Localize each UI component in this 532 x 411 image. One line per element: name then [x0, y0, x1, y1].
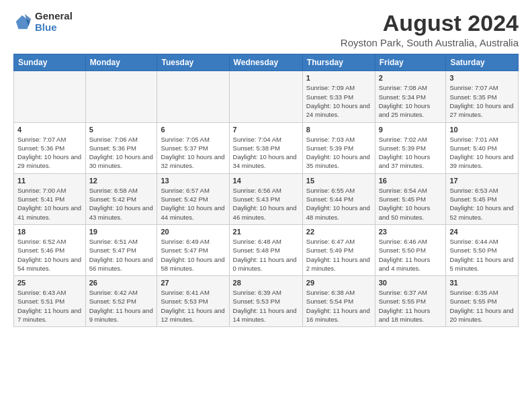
day-number: 22 [306, 228, 371, 236]
day-info: Sunrise: 6:42 AM Sunset: 5:52 PM Dayligh… [89, 288, 154, 324]
calendar-cell: 7Sunrise: 7:04 AM Sunset: 5:38 PM Daylig… [229, 122, 302, 173]
day-info: Sunrise: 6:54 AM Sunset: 5:45 PM Dayligh… [379, 186, 443, 222]
calendar-cell: 4Sunrise: 7:07 AM Sunset: 5:36 PM Daylig… [14, 122, 86, 173]
calendar-cell: 25Sunrise: 6:43 AM Sunset: 5:51 PM Dayli… [14, 276, 86, 327]
day-number: 19 [89, 228, 154, 236]
day-info: Sunrise: 7:00 AM Sunset: 5:41 PM Dayligh… [17, 186, 82, 222]
day-info: Sunrise: 7:06 AM Sunset: 5:36 PM Dayligh… [89, 135, 154, 171]
day-info: Sunrise: 6:52 AM Sunset: 5:46 PM Dayligh… [17, 237, 82, 273]
calendar-cell: 17Sunrise: 6:53 AM Sunset: 5:45 PM Dayli… [446, 173, 519, 224]
calendar-body: 1Sunrise: 7:09 AM Sunset: 5:33 PM Daylig… [14, 71, 519, 327]
subtitle: Royston Park, South Australia, Australia [341, 37, 519, 48]
day-number: 1 [306, 74, 371, 82]
calendar-cell [229, 71, 302, 122]
day-number: 21 [233, 228, 299, 236]
day-info: Sunrise: 6:55 AM Sunset: 5:44 PM Dayligh… [306, 186, 371, 222]
calendar-week-5: 25Sunrise: 6:43 AM Sunset: 5:51 PM Dayli… [14, 276, 519, 327]
day-number: 29 [306, 279, 371, 287]
calendar-cell: 20Sunrise: 6:49 AM Sunset: 5:47 PM Dayli… [157, 224, 229, 275]
day-info: Sunrise: 6:58 AM Sunset: 5:42 PM Dayligh… [89, 186, 154, 222]
day-number: 6 [161, 126, 225, 134]
day-info: Sunrise: 6:48 AM Sunset: 5:48 PM Dayligh… [233, 237, 299, 273]
day-info: Sunrise: 6:51 AM Sunset: 5:47 PM Dayligh… [89, 237, 154, 273]
day-number: 9 [379, 126, 443, 134]
calendar-cell: 31Sunrise: 6:35 AM Sunset: 5:55 PM Dayli… [446, 276, 519, 327]
day-number: 30 [379, 279, 443, 287]
day-info: Sunrise: 6:35 AM Sunset: 5:55 PM Dayligh… [449, 288, 515, 324]
col-saturday: Saturday [446, 54, 519, 71]
calendar-cell: 23Sunrise: 6:46 AM Sunset: 5:50 PM Dayli… [375, 224, 446, 275]
day-info: Sunrise: 7:07 AM Sunset: 5:36 PM Dayligh… [17, 135, 82, 171]
calendar-cell: 21Sunrise: 6:48 AM Sunset: 5:48 PM Dayli… [229, 224, 302, 275]
calendar-week-3: 11Sunrise: 7:00 AM Sunset: 5:41 PM Dayli… [14, 173, 519, 224]
day-number: 12 [89, 177, 154, 185]
day-number: 5 [89, 126, 154, 134]
day-info: Sunrise: 7:02 AM Sunset: 5:39 PM Dayligh… [379, 135, 443, 171]
calendar-cell: 6Sunrise: 7:05 AM Sunset: 5:37 PM Daylig… [157, 122, 229, 173]
day-info: Sunrise: 6:44 AM Sunset: 5:50 PM Dayligh… [449, 237, 515, 273]
calendar-cell: 29Sunrise: 6:38 AM Sunset: 5:54 PM Dayli… [302, 276, 375, 327]
logo: General Blue [13, 11, 73, 33]
calendar-page: General Blue August 2024 Royston Park, S… [0, 0, 532, 334]
calendar-cell: 24Sunrise: 6:44 AM Sunset: 5:50 PM Dayli… [446, 224, 519, 275]
col-wednesday: Wednesday [229, 54, 302, 71]
calendar-cell: 16Sunrise: 6:54 AM Sunset: 5:45 PM Dayli… [375, 173, 446, 224]
day-number: 23 [379, 228, 443, 236]
day-number: 24 [449, 228, 515, 236]
calendar-cell: 2Sunrise: 7:08 AM Sunset: 5:34 PM Daylig… [375, 71, 446, 122]
logo-blue: Blue [35, 22, 73, 34]
calendar-cell: 11Sunrise: 7:00 AM Sunset: 5:41 PM Dayli… [14, 173, 86, 224]
calendar-cell: 30Sunrise: 6:37 AM Sunset: 5:55 PM Dayli… [375, 276, 446, 327]
day-info: Sunrise: 7:08 AM Sunset: 5:34 PM Dayligh… [379, 83, 443, 119]
day-number: 7 [233, 126, 299, 134]
calendar-cell [85, 71, 157, 122]
header-row: Sunday Monday Tuesday Wednesday Thursday… [14, 54, 519, 71]
day-number: 20 [161, 228, 225, 236]
day-info: Sunrise: 7:01 AM Sunset: 5:40 PM Dayligh… [449, 135, 515, 171]
col-thursday: Thursday [302, 54, 375, 71]
day-number: 3 [449, 74, 515, 82]
day-number: 17 [449, 177, 515, 185]
logo-icon [13, 13, 32, 32]
calendar-cell [157, 71, 229, 122]
calendar-cell: 13Sunrise: 6:57 AM Sunset: 5:42 PM Dayli… [157, 173, 229, 224]
day-number: 4 [17, 126, 82, 134]
logo-text: General Blue [35, 11, 73, 33]
day-number: 13 [161, 177, 225, 185]
day-info: Sunrise: 6:53 AM Sunset: 5:45 PM Dayligh… [449, 186, 515, 222]
calendar-cell: 12Sunrise: 6:58 AM Sunset: 5:42 PM Dayli… [85, 173, 157, 224]
day-number: 31 [449, 279, 515, 287]
calendar-cell: 15Sunrise: 6:55 AM Sunset: 5:44 PM Dayli… [302, 173, 375, 224]
day-number: 18 [17, 228, 82, 236]
day-info: Sunrise: 6:38 AM Sunset: 5:54 PM Dayligh… [306, 288, 371, 324]
day-info: Sunrise: 6:49 AM Sunset: 5:47 PM Dayligh… [161, 237, 225, 273]
calendar-cell: 3Sunrise: 7:07 AM Sunset: 5:35 PM Daylig… [446, 71, 519, 122]
day-number: 26 [89, 279, 154, 287]
calendar-week-2: 4Sunrise: 7:07 AM Sunset: 5:36 PM Daylig… [14, 122, 519, 173]
calendar-cell: 28Sunrise: 6:39 AM Sunset: 5:53 PM Dayli… [229, 276, 302, 327]
day-info: Sunrise: 6:37 AM Sunset: 5:55 PM Dayligh… [379, 288, 443, 324]
title-block: August 2024 Royston Park, South Australi… [341, 11, 519, 48]
day-info: Sunrise: 6:39 AM Sunset: 5:53 PM Dayligh… [233, 288, 299, 324]
day-info: Sunrise: 7:05 AM Sunset: 5:37 PM Dayligh… [161, 135, 225, 171]
day-info: Sunrise: 7:09 AM Sunset: 5:33 PM Dayligh… [306, 83, 371, 119]
col-friday: Friday [375, 54, 446, 71]
day-info: Sunrise: 6:56 AM Sunset: 5:43 PM Dayligh… [233, 186, 299, 222]
calendar-cell: 14Sunrise: 6:56 AM Sunset: 5:43 PM Dayli… [229, 173, 302, 224]
calendar-week-4: 18Sunrise: 6:52 AM Sunset: 5:46 PM Dayli… [14, 224, 519, 275]
day-info: Sunrise: 6:47 AM Sunset: 5:49 PM Dayligh… [306, 237, 371, 273]
day-number: 2 [379, 74, 443, 82]
day-number: 15 [306, 177, 371, 185]
calendar-cell: 19Sunrise: 6:51 AM Sunset: 5:47 PM Dayli… [85, 224, 157, 275]
day-info: Sunrise: 6:46 AM Sunset: 5:50 PM Dayligh… [379, 237, 443, 273]
day-info: Sunrise: 7:03 AM Sunset: 5:39 PM Dayligh… [306, 135, 371, 171]
day-number: 27 [161, 279, 225, 287]
day-info: Sunrise: 7:07 AM Sunset: 5:35 PM Dayligh… [449, 83, 515, 119]
logo-general: General [35, 11, 73, 22]
day-info: Sunrise: 6:43 AM Sunset: 5:51 PM Dayligh… [17, 288, 82, 324]
calendar-cell: 22Sunrise: 6:47 AM Sunset: 5:49 PM Dayli… [302, 224, 375, 275]
day-number: 8 [306, 126, 371, 134]
calendar-header: Sunday Monday Tuesday Wednesday Thursday… [14, 54, 519, 71]
col-sunday: Sunday [14, 54, 86, 71]
calendar-cell: 26Sunrise: 6:42 AM Sunset: 5:52 PM Dayli… [85, 276, 157, 327]
